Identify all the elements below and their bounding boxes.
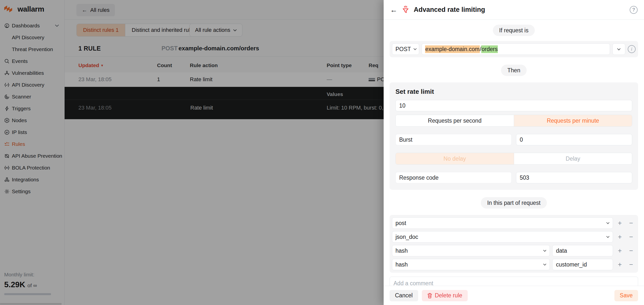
rate-unit-segmented: Requests per second Requests per minute <box>396 115 632 127</box>
chevron-down-icon <box>606 222 610 224</box>
chevron-down-icon <box>617 48 620 50</box>
if-request-is-pill: If request is <box>493 25 535 36</box>
rate-limit-card: Set rate limit 10 Requests per second Re… <box>390 82 638 190</box>
response-code-input[interactable]: 503 <box>516 172 632 183</box>
set-rate-limit-heading: Set rate limit <box>396 88 632 96</box>
save-button[interactable]: Save <box>614 290 638 301</box>
comment-textarea[interactable] <box>390 277 638 286</box>
part-key-input[interactable]: data <box>552 245 613 256</box>
remove-part-icon[interactable]: − <box>627 219 636 227</box>
burst-row: Burst 0 <box>396 134 632 145</box>
no-delay-option[interactable]: No delay <box>396 153 514 164</box>
part-select-hash[interactable]: hash <box>392 245 550 256</box>
uri-host-highlight: example-domain.com <box>425 45 480 53</box>
request-part-row: hash customer_id + − <box>392 259 636 270</box>
cancel-button[interactable]: Cancel <box>390 290 418 301</box>
chevron-down-icon <box>543 263 546 265</box>
advanced-rate-limiting-drawer: ← Advanced rate limiting ? If request is… <box>384 0 644 305</box>
chevron-down-icon <box>606 236 610 238</box>
modal-dim-overlay[interactable] <box>0 0 384 305</box>
method-select[interactable]: POST <box>392 44 419 55</box>
part-select-hash[interactable]: hash <box>392 259 550 270</box>
trash-icon <box>427 293 432 298</box>
response-code-label: Response code <box>396 172 512 183</box>
drawer-body: If request is POST example-domain.com/or… <box>384 20 644 286</box>
chevron-down-icon <box>414 48 417 50</box>
requests-per-minute-option[interactable]: Requests per minute <box>514 115 632 126</box>
expand-condition-button[interactable] <box>612 44 625 55</box>
request-part-row: post + − <box>392 217 636 229</box>
uri-input[interactable]: example-domain.com/orders <box>422 44 610 55</box>
add-part-icon[interactable]: + <box>616 233 624 241</box>
remove-part-icon[interactable]: − <box>627 233 636 241</box>
request-part-row: hash data + − <box>392 245 636 256</box>
drawer-back-icon[interactable]: ← <box>390 6 398 14</box>
add-part-icon[interactable]: + <box>616 247 624 255</box>
help-icon[interactable]: ? <box>630 6 638 14</box>
uri-path-highlight: orders <box>481 45 498 53</box>
part-key-input[interactable]: customer_id <box>552 259 613 270</box>
then-pill: Then <box>501 65 527 76</box>
part-of-request-pill: In this part of request <box>481 197 547 208</box>
condition-row: POST example-domain.com/orders i <box>390 41 638 57</box>
chevron-down-icon <box>543 250 546 252</box>
request-parts-card: post + − json_doc + − hash <box>390 215 638 273</box>
info-icon[interactable]: i <box>628 45 636 53</box>
burst-value-input[interactable]: 0 <box>516 134 632 145</box>
requests-per-second-option[interactable]: Requests per second <box>396 115 514 126</box>
delay-option[interactable]: Delay <box>514 153 632 164</box>
remove-part-icon[interactable]: − <box>627 247 636 255</box>
delay-segmented: No delay Delay <box>396 153 632 165</box>
rate-limit-value-input[interactable]: 10 <box>396 100 632 111</box>
comment-section <box>390 277 638 286</box>
response-code-row: Response code 503 <box>396 172 632 183</box>
delete-rule-button[interactable]: Delete rule <box>422 290 468 301</box>
remove-part-icon[interactable]: − <box>627 261 636 268</box>
add-part-icon[interactable]: + <box>616 261 624 268</box>
part-select-json-doc[interactable]: json_doc <box>392 231 613 242</box>
add-part-icon[interactable]: + <box>616 219 624 227</box>
burst-label: Burst <box>396 134 512 145</box>
app-root: wallarm Dashboards API Discovery Threat … <box>0 0 644 305</box>
rate-limit-funnel-icon <box>402 6 409 14</box>
drawer-footer: Cancel Delete rule Save <box>384 286 644 305</box>
part-select-post[interactable]: post <box>392 217 613 229</box>
drawer-title: Advanced rate limiting <box>414 6 485 14</box>
request-part-row: json_doc + − <box>392 231 636 242</box>
drawer-header: ← Advanced rate limiting ? <box>384 0 644 20</box>
